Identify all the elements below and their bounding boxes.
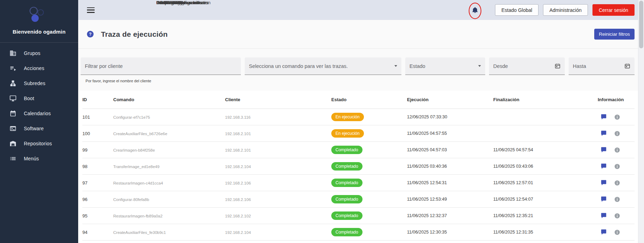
sidebar-item-acciones[interactable]: Acciones — [0, 61, 78, 76]
terminal-icon — [9, 125, 16, 132]
sidebar-item-label: Subredes — [24, 81, 46, 86]
logo — [0, 0, 78, 23]
warehouse-icon — [9, 140, 16, 147]
sidebar-item-label: Grupos — [24, 50, 40, 56]
playlist-icon — [9, 65, 16, 72]
logo-circles-icon — [0, 0, 78, 23]
bell-icon — [472, 7, 479, 14]
client-name: modelo-windows-bios — [156, 0, 644, 243]
sidebar-item-menus[interactable]: Menús — [0, 151, 78, 166]
sidebar-item-grupos[interactable]: Grupos — [0, 46, 78, 61]
sidebar-item-label: Menús — [24, 156, 39, 161]
sidebar-item-repositorios[interactable]: Repositorios — [0, 136, 78, 151]
column-header-id: ID — [82, 97, 113, 102]
trace-id: 98 — [82, 164, 113, 169]
building-icon — [9, 50, 16, 57]
list-icon — [9, 155, 16, 162]
trace-id: 97 — [82, 180, 113, 186]
trace-id: 101 — [82, 114, 113, 120]
help-icon[interactable]: ? — [87, 31, 94, 37]
trace-id: 96 — [82, 197, 113, 202]
sidebar-item-calendarios[interactable]: Calendarios — [0, 106, 78, 121]
sidebar-item-label: Repositorios — [24, 141, 52, 146]
scrollbar[interactable] — [638, 0, 644, 243]
sidebar-item-software[interactable]: Software — [0, 121, 78, 136]
trace-id: 99 — [82, 147, 113, 153]
sidebar-item-label: Calendarios — [24, 111, 51, 116]
table-row: 94 Crear archivos auxiliares CreateAuxil… — [82, 224, 635, 241]
network-icon — [9, 80, 16, 87]
sidebar-item-label: Acciones — [24, 65, 44, 71]
trace-id: 94 — [82, 230, 113, 235]
sidebar-item-label: Software — [24, 126, 44, 131]
sidebar-item-label: Boot — [24, 96, 34, 101]
welcome-text: Bienvenido ogadmin — [0, 29, 78, 35]
trace-id: 100 — [82, 131, 113, 136]
sidebar-menu: Grupos Acciones Subredes Boot Calendario… — [0, 43, 78, 166]
sidebar-item-boot[interactable]: Boot — [0, 91, 78, 106]
main-area: Estado Global Administración Cerrar sesi… — [78, 0, 638, 243]
table-body: 101 Particionar y Formatear Configurar-e… — [82, 109, 635, 241]
client-cell: modelo-windows-bios 192.168.2.104 — [225, 230, 331, 235]
monitor-icon — [9, 95, 16, 102]
trace-id: 95 — [82, 213, 113, 218]
scrollbar-thumb[interactable] — [639, 1, 643, 48]
sidebar-item-subredes[interactable]: Subredes — [0, 76, 78, 91]
sidebar: Bienvenido ogadmin Grupos Acciones Subre… — [0, 0, 78, 243]
traces-table: ID Comando Cliente Estado Ejecución Fina… — [78, 91, 638, 243]
calendar-icon — [9, 110, 16, 117]
menu-toggle-button[interactable] — [87, 7, 95, 13]
